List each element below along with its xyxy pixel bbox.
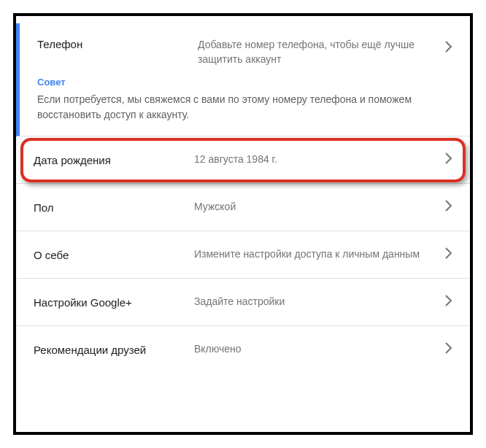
row-birthday-wrap: Дата рождения 12 августа 1984 г.: [16, 136, 470, 184]
row-birthday[interactable]: Дата рождения 12 августа 1984 г.: [16, 136, 470, 184]
chevron-right-icon: [445, 342, 452, 357]
settings-list: Телефон Добавьте номер телефона, чтобы е…: [16, 23, 470, 373]
row-about-label: О себе: [34, 249, 194, 261]
row-googleplus-label: Настройки Google+: [34, 296, 194, 309]
chevron-right-icon: [445, 152, 452, 167]
row-birthday-value: 12 августа 1984 г.: [194, 152, 445, 167]
chevron-right-icon: [445, 41, 452, 55]
row-googleplus-value: Задайте настройки: [194, 295, 445, 309]
row-gender-value: Мужской: [194, 200, 445, 215]
row-phone[interactable]: Телефон Добавьте номер телефона, чтобы е…: [16, 23, 470, 136]
hint-text: Если потребуется, мы свяжемся с вами по …: [37, 92, 452, 123]
hint-label: Совет: [37, 77, 452, 88]
row-googleplus[interactable]: Настройки Google+ Задайте настройки: [16, 279, 470, 326]
chevron-right-icon: [445, 295, 452, 309]
row-gender-label: Пол: [34, 201, 194, 214]
chevron-right-icon: [445, 200, 452, 215]
chevron-right-icon: [445, 247, 452, 262]
row-birthday-label: Дата рождения: [34, 154, 194, 166]
row-recommendations-value: Включено: [194, 342, 445, 357]
row-about[interactable]: О себе Измените настройки доступа к личн…: [16, 231, 470, 279]
row-recommendations-label: Рекомендации друзей: [34, 344, 194, 356]
row-gender[interactable]: Пол Мужской: [16, 184, 470, 231]
row-phone-value: Добавьте номер телефона, чтобы ещё лучше…: [198, 36, 445, 66]
row-phone-label: Телефон: [37, 36, 198, 50]
row-recommendations[interactable]: Рекомендации друзей Включено: [16, 326, 470, 373]
settings-panel: Телефон Добавьте номер телефона, чтобы е…: [13, 13, 473, 435]
row-phone-top: Телефон Добавьте номер телефона, чтобы е…: [37, 36, 452, 66]
row-about-value: Измените настройки доступа к личным данн…: [194, 247, 445, 262]
